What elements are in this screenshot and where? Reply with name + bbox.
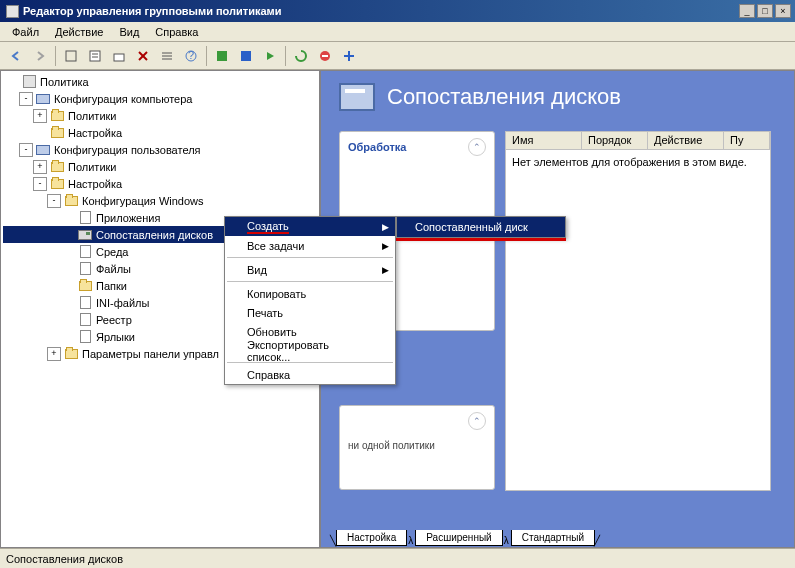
disk-map-icon — [339, 83, 375, 111]
tree-item-label: Конфигурация Windows — [82, 195, 204, 207]
items-list: Имя Порядок Действие Пу Нет элементов дл… — [505, 131, 771, 491]
folder-icon — [49, 108, 65, 124]
tree-expander-icon[interactable]: + — [33, 160, 47, 174]
play-icon[interactable] — [259, 45, 281, 67]
svg-rect-1 — [90, 51, 100, 61]
col-order[interactable]: Порядок — [582, 132, 648, 149]
description-panel: ⌃ ни одной политики — [339, 405, 495, 490]
filter-blue-icon[interactable] — [235, 45, 257, 67]
tree-expander-icon[interactable]: - — [19, 143, 33, 157]
context-item-label: Экспортировать список... — [247, 339, 373, 363]
submenu-arrow-icon: ▶ — [382, 222, 389, 232]
list-headers: Имя Порядок Действие Пу — [506, 132, 770, 150]
stop-icon[interactable] — [314, 45, 336, 67]
scope-icon[interactable] — [60, 45, 82, 67]
menu-action[interactable]: Действие — [47, 24, 111, 40]
tree-item-label: INI-файлы — [96, 297, 149, 309]
refresh-icon[interactable] — [290, 45, 312, 67]
tree-expander-icon[interactable]: - — [19, 92, 33, 106]
context-submenu[interactable]: Сопоставленный диск — [396, 216, 566, 238]
svg-text:?: ? — [188, 49, 194, 61]
app-icon — [4, 3, 20, 19]
tree-expander-icon[interactable]: + — [47, 347, 61, 361]
col-path[interactable]: Пу — [724, 132, 770, 149]
tab-settings[interactable]: Настройка — [336, 530, 407, 546]
folder-icon — [77, 278, 93, 294]
properties-icon[interactable] — [84, 45, 106, 67]
context-item-label: Справка — [247, 369, 290, 381]
root-icon — [21, 74, 37, 90]
description-body: ни одной политики — [340, 436, 494, 455]
tree-item[interactable]: -Конфигурация пользователя — [3, 141, 317, 158]
file-icon — [77, 312, 93, 328]
tree-expander-icon — [61, 245, 75, 259]
context-item[interactable]: Копировать — [225, 284, 395, 303]
export-icon[interactable] — [108, 45, 130, 67]
tree-item-label: Папки — [96, 280, 127, 292]
tree-item-label: Политики — [68, 110, 117, 122]
filter-green-icon[interactable] — [211, 45, 233, 67]
collapse-icon[interactable]: ⌃ — [468, 138, 486, 156]
tree-item[interactable]: -Конфигурация Windows — [3, 192, 317, 209]
delete-icon[interactable] — [132, 45, 154, 67]
add-icon[interactable] — [338, 45, 360, 67]
svg-rect-4 — [114, 54, 124, 61]
tree-item[interactable]: Настройка — [3, 124, 317, 141]
context-item-label: Печать — [247, 307, 283, 319]
nav-back-icon[interactable] — [5, 45, 27, 67]
tree-expander-icon[interactable]: - — [33, 177, 47, 191]
svg-rect-0 — [66, 51, 76, 61]
titlebar: Редактор управления групповыми политикам… — [0, 0, 795, 22]
help-icon[interactable]: ? — [180, 45, 202, 67]
file-icon — [77, 295, 93, 311]
context-item[interactable]: Вид▶ — [225, 260, 395, 279]
workspace: Политика-Конфигурация компьютера+Политик… — [0, 70, 795, 548]
col-action[interactable]: Действие — [648, 132, 724, 149]
svg-rect-12 — [217, 51, 227, 61]
tree-item-label: Файлы — [96, 263, 131, 275]
tree-item-label: Политика — [40, 76, 89, 88]
folder-icon — [63, 346, 79, 362]
list-icon[interactable] — [156, 45, 178, 67]
tab-extended[interactable]: Расширенный — [415, 530, 502, 546]
context-separator — [227, 257, 393, 258]
desc-collapse-icon[interactable]: ⌃ — [468, 412, 486, 430]
tree-item-label: Среда — [96, 246, 128, 258]
context-item[interactable]: Печать — [225, 303, 395, 322]
submenu-mapped-drive[interactable]: Сопоставленный диск — [397, 217, 565, 237]
tree-expander-icon — [61, 228, 75, 242]
close-button[interactable]: × — [775, 4, 791, 18]
menu-help[interactable]: Справка — [147, 24, 206, 40]
menu-file[interactable]: Файл — [4, 24, 47, 40]
context-item[interactable]: Экспортировать список... — [225, 341, 395, 360]
tree-expander-icon[interactable]: - — [47, 194, 61, 208]
minimize-button[interactable]: _ — [739, 4, 755, 18]
tree-item[interactable]: Политика — [3, 73, 317, 90]
file-icon — [77, 329, 93, 345]
tree-item-label: Параметры панели управл — [82, 348, 219, 360]
context-item[interactable]: Создать▶ — [225, 217, 395, 236]
menu-view[interactable]: Вид — [111, 24, 147, 40]
tree-item-label: Реестр — [96, 314, 132, 326]
tree-item[interactable]: +Политики — [3, 158, 317, 175]
details-header: Сопоставления дисков — [321, 71, 794, 123]
maximize-button[interactable]: □ — [757, 4, 773, 18]
file-icon — [77, 261, 93, 277]
list-empty-text: Нет элементов для отображения в этом вид… — [506, 150, 770, 490]
context-item[interactable]: Все задачи▶ — [225, 236, 395, 255]
tab-standard[interactable]: Стандартный — [511, 530, 595, 546]
context-menu[interactable]: Создать▶Все задачи▶Вид▶КопироватьПечатьО… — [224, 216, 396, 385]
context-item[interactable]: Справка — [225, 365, 395, 384]
nav-forward-icon[interactable] — [29, 45, 51, 67]
context-item-label: Обновить — [247, 326, 297, 338]
tree-item[interactable]: -Конфигурация компьютера — [3, 90, 317, 107]
tree-item[interactable]: -Настройка — [3, 175, 317, 192]
context-item-label: Все задачи — [247, 240, 304, 252]
tree-expander-icon[interactable]: + — [33, 109, 47, 123]
menubar: Файл Действие Вид Справка — [0, 22, 795, 42]
col-name[interactable]: Имя — [506, 132, 582, 149]
statusbar: Сопоставления дисков — [0, 548, 795, 568]
tree-item[interactable]: +Политики — [3, 107, 317, 124]
details-title: Сопоставления дисков — [387, 84, 621, 110]
processing-title: Обработка — [348, 141, 468, 153]
